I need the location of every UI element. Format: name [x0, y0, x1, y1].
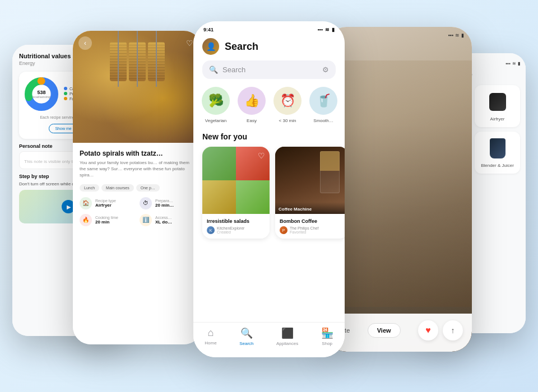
nav-shop[interactable]: 🏪 Shop: [321, 327, 333, 346]
filter-icon[interactable]: ⚙: [322, 66, 329, 74]
easy-icon: 👍: [238, 87, 266, 115]
salad-card[interactable]: ♡ Irresistible salads K KitchenExplorer …: [202, 147, 270, 239]
recipe-tags: Lunch Main courses One p…: [80, 184, 195, 192]
app-battery-icon: ▮: [518, 61, 520, 66]
back-icon: ‹: [84, 39, 86, 47]
wifi-icon: ≋: [325, 27, 330, 32]
tag-lunch[interactable]: Lunch: [80, 184, 99, 192]
access-item: ℹ️ Access… XL do…: [140, 214, 195, 226]
user-avatar[interactable]: 👤: [202, 38, 219, 55]
cook-icon: 🔥: [80, 214, 92, 226]
status-time: 9:41: [203, 27, 214, 32]
coffee-card-info: Bombon Coffee P The Philips Chef Favorit…: [275, 214, 345, 239]
new-for-you-title: New for you: [193, 132, 345, 147]
salad-title: Irresistible salads: [207, 218, 265, 224]
coffee-card[interactable]: Coffee Machine Bombon Coffee P The Phili…: [275, 147, 345, 239]
category-list: 🥦 Vegetarian 👍 Easy ⏰ < 30 min 🥤 Smooth…: [193, 87, 345, 132]
recipe-content: Potato spirals with tzatz… You and your …: [73, 143, 202, 233]
view-button[interactable]: View: [368, 323, 401, 338]
cook-time-item: 🔥 Cooking time 20 min: [80, 214, 135, 226]
salad-img-3: [202, 180, 236, 214]
category-vegetarian[interactable]: 🥦 Vegetarian: [202, 87, 229, 123]
tag-main[interactable]: Main courses: [101, 184, 134, 192]
heart-filled-icon: ♥: [425, 325, 431, 335]
status-bar: 9:41 ▪▪▪ ≋ ▮: [193, 21, 345, 35]
category-smoothie[interactable]: 🥤 Smooth…: [310, 87, 337, 123]
coffee-badge: Coffee Machine: [275, 202, 345, 214]
coffee-title: Bombon Coffee: [280, 218, 344, 224]
appliances-nav-icon: ⬛: [281, 327, 294, 339]
app-signal-icon: ▪▪▪: [505, 61, 511, 66]
recipe-info-grid: 🏠 Recipe type Airfryer ⏱ Prepara… 20 min…: [80, 197, 195, 226]
shop-nav-icon: 🏪: [321, 327, 333, 339]
recipe-description: You and your family love potatoes bu… of…: [80, 160, 195, 179]
search-nav-icon: 🔍: [240, 327, 253, 339]
search-placeholder: Search: [222, 66, 322, 74]
blender-icon: [484, 137, 512, 160]
prep-time-item: ⏱ Prepara… 20 min…: [140, 197, 195, 209]
vegetarian-icon: 🥦: [202, 87, 230, 115]
recipe-type-icon: 🏠: [80, 197, 92, 209]
search-icon: 🔍: [209, 66, 218, 74]
kcal-value: 538: [33, 90, 50, 95]
appliance-blender[interactable]: Blender & Juicer: [475, 132, 520, 174]
access-icon: ℹ️: [140, 214, 152, 226]
coffee-author: P The Philips Chef Favorited: [280, 226, 344, 234]
prep-icon: ⏱: [140, 197, 152, 209]
coffee-author-avatar: P: [280, 226, 287, 234]
nav-appliances[interactable]: ⬛ Appliances: [276, 327, 298, 346]
salad-author: K KitchenExplorer Created: [207, 226, 265, 234]
salad-card-image: ♡: [202, 147, 270, 214]
play-icon: ▶: [67, 204, 71, 210]
page-title: Search: [225, 41, 258, 53]
phone-potato: ‹ ♡ Potato spirals with tzatz… You and y…: [73, 31, 202, 344]
coffee-foam-icon: [320, 151, 340, 171]
home-icon: ⌂: [208, 327, 214, 339]
tag-one[interactable]: One p…: [136, 184, 160, 192]
appliance-airfryer[interactable]: Airfryer: [475, 85, 520, 127]
signal-icon: ▪▪▪: [317, 27, 323, 32]
category-30min[interactable]: ⏰ < 30 min: [274, 87, 301, 123]
kcal-unit: kcal/serving: [33, 95, 50, 99]
search-header: 👤 Search: [193, 35, 345, 60]
coffee-hero: [326, 27, 472, 352]
donut-chart: 538 kcal/serving: [25, 77, 58, 111]
share-icon: ↑: [451, 326, 454, 335]
bottom-navigation: ⌂ Home 🔍 Search ⬛ Appliances 🏪 Shop: [193, 322, 345, 357]
timer-icon: ⏰: [273, 87, 302, 115]
app-wifi-icon: ≋: [512, 61, 516, 66]
back-button[interactable]: ‹: [78, 36, 92, 50]
recipe-hero-image: ‹ ♡: [73, 31, 202, 143]
phone-coffee: ▪▪▪ ≋ ▮ y late View ♥ ↑: [326, 27, 472, 352]
share-button[interactable]: ↑: [443, 320, 463, 340]
card-heart-icon[interactable]: ♡: [258, 151, 265, 160]
salad-author-avatar: K: [207, 226, 215, 234]
coffee-card-image: Coffee Machine: [275, 147, 345, 214]
salad-card-info: Irresistible salads K KitchenExplorer Cr…: [202, 214, 270, 239]
coffee-actions: ♥ ↑: [418, 320, 463, 340]
heart-icon: ♡: [186, 39, 193, 48]
coffee-bottom-bar: y late View ♥ ↑: [326, 314, 472, 352]
nav-search[interactable]: 🔍 Search: [239, 327, 253, 346]
category-easy[interactable]: 👍 Easy: [238, 87, 265, 123]
smoothie-icon: 🥤: [309, 87, 337, 115]
recipe-type-item: 🏠 Recipe type Airfryer: [80, 197, 135, 209]
airfryer-icon: [484, 91, 512, 113]
recipe-cards: ♡ Irresistible salads K KitchenExplorer …: [193, 147, 345, 239]
appliances-status-icons: ▪▪▪ ≋ ▮: [505, 61, 520, 66]
status-icons: ▪▪▪ ≋ ▮: [317, 27, 335, 32]
search-bar[interactable]: 🔍 Search ⚙: [202, 60, 336, 79]
battery-icon: ▮: [332, 27, 335, 32]
nav-home[interactable]: ⌂ Home: [205, 327, 216, 346]
like-button[interactable]: ♥: [418, 320, 438, 340]
salad-img-4: [236, 180, 270, 214]
salad-img-1: [202, 147, 236, 180]
recipe-title: Potato spirals with tzatz…: [80, 150, 195, 157]
phone-search: 9:41 ▪▪▪ ≋ ▮ 👤 Search 🔍 Search ⚙ 🥦 Veget…: [193, 21, 345, 357]
